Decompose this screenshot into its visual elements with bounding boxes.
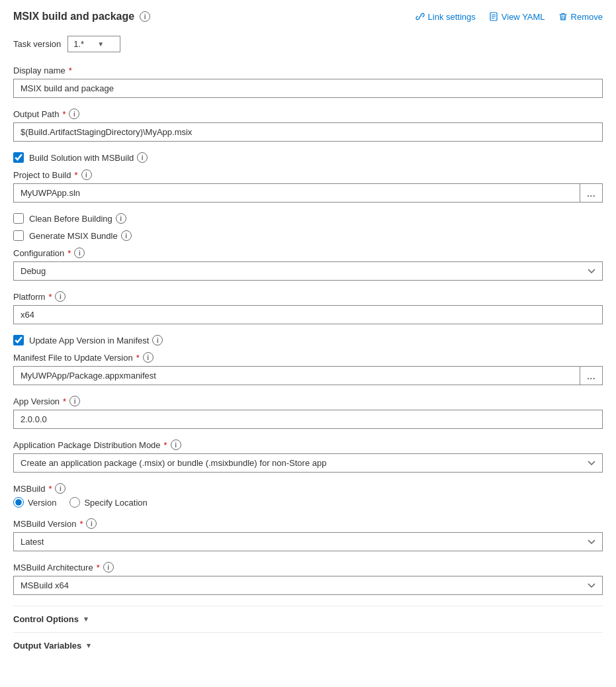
header-actions: Link settings View YAML bbox=[416, 12, 603, 22]
arch-required: * bbox=[97, 563, 100, 572]
msbuild-architecture-group: MSBuild Architecture * i MSBuild x64 MSB… bbox=[13, 562, 603, 595]
control-options-header[interactable]: Control Options ▾ bbox=[13, 606, 603, 632]
app-version-input[interactable] bbox=[13, 410, 603, 429]
output-path-label: Output Path * i bbox=[13, 109, 603, 119]
msbuild-label: MSBuild * i bbox=[13, 483, 603, 494]
platform-input[interactable] bbox=[13, 305, 603, 324]
view-yaml-button[interactable]: View YAML bbox=[489, 12, 545, 22]
task-version-label: Task version bbox=[13, 39, 61, 49]
output-path-input[interactable] bbox=[13, 122, 603, 142]
link-settings-label: Link settings bbox=[428, 12, 476, 22]
msbuild-info-icon[interactable]: i bbox=[55, 483, 66, 494]
display-name-input[interactable] bbox=[13, 79, 603, 98]
link-icon bbox=[416, 12, 425, 21]
remove-button[interactable]: Remove bbox=[558, 12, 603, 22]
manifest-file-label: Manifest File to Update Version * i bbox=[13, 352, 603, 363]
task-version-value: 1.* bbox=[73, 39, 84, 49]
update-app-version-label[interactable]: Update App Version in Manifest i bbox=[29, 335, 163, 345]
platform-label: Platform * i bbox=[13, 291, 603, 302]
arch-info-icon[interactable]: i bbox=[103, 562, 114, 572]
msbuild-version-select[interactable]: Latest 16.0 15.0 14.0 bbox=[13, 532, 603, 551]
build-solution-label[interactable]: Build Solution with MSBuild i bbox=[29, 152, 148, 163]
output-variables-label: Output Variables bbox=[13, 641, 81, 651]
page-title: MSIX build and package i bbox=[13, 11, 150, 23]
msbuild-version-group: MSBuild Version * i Latest 16.0 15.0 14.… bbox=[13, 518, 603, 551]
project-to-build-group: Project to Build * i ... bbox=[13, 169, 603, 203]
task-version-row: Task version 1.* ▼ bbox=[13, 36, 603, 52]
msbuild-version-option[interactable]: Version bbox=[13, 497, 56, 508]
update-version-info-icon[interactable]: i bbox=[152, 335, 163, 345]
title-info-icon[interactable]: i bbox=[140, 11, 150, 22]
msbuild-version-required: * bbox=[79, 519, 83, 529]
app-version-info-icon[interactable]: i bbox=[69, 396, 80, 406]
configuration-group: Configuration * i Debug Release bbox=[13, 248, 603, 281]
app-package-distribution-select[interactable]: Create an application package (.msix) or… bbox=[13, 453, 603, 473]
bundle-info-icon[interactable]: i bbox=[121, 230, 132, 241]
display-name-group: Display name * bbox=[13, 66, 603, 98]
config-required: * bbox=[67, 248, 71, 258]
project-to-build-label: Project to Build * i bbox=[13, 169, 603, 180]
output-variables-chevron: ▾ bbox=[87, 641, 91, 650]
manifest-input-group: ... bbox=[13, 366, 603, 385]
clean-before-building-checkbox[interactable] bbox=[13, 213, 24, 224]
project-input[interactable] bbox=[13, 183, 580, 203]
configuration-label: Configuration * i bbox=[13, 248, 603, 258]
output-variables-section: Output Variables ▾ bbox=[13, 632, 603, 659]
title-text: MSIX build and package bbox=[13, 11, 134, 23]
project-required: * bbox=[74, 170, 77, 180]
msbuild-required: * bbox=[48, 484, 52, 494]
platform-info-icon[interactable]: i bbox=[55, 291, 66, 302]
distribution-info-icon[interactable]: i bbox=[171, 439, 181, 450]
required-star: * bbox=[69, 66, 72, 75]
update-app-version-checkbox[interactable] bbox=[13, 335, 24, 345]
msbuild-specify-location-option[interactable]: Specify Location bbox=[69, 497, 147, 508]
generate-msix-bundle-label[interactable]: Generate MSIX Bundle i bbox=[29, 230, 132, 241]
build-solution-row: Build Solution with MSBuild i bbox=[13, 152, 603, 163]
control-options-label: Control Options bbox=[13, 614, 79, 624]
app-version-label: App Version * i bbox=[13, 396, 603, 406]
platform-required: * bbox=[48, 292, 52, 302]
view-yaml-label: View YAML bbox=[502, 12, 545, 22]
platform-group: Platform * i bbox=[13, 291, 603, 324]
manifest-browse-button[interactable]: ... bbox=[580, 366, 603, 385]
msbuild-specify-radio[interactable] bbox=[69, 497, 80, 508]
manifest-file-group: Manifest File to Update Version * i ... bbox=[13, 352, 603, 385]
build-solution-info-icon[interactable]: i bbox=[137, 152, 148, 163]
page-header: MSIX build and package i Link settings bbox=[13, 11, 603, 23]
msbuild-architecture-label: MSBuild Architecture * i bbox=[13, 562, 603, 572]
project-browse-button[interactable]: ... bbox=[580, 183, 603, 203]
msbuild-version-info-icon[interactable]: i bbox=[86, 518, 97, 529]
clean-info-icon[interactable]: i bbox=[116, 213, 126, 224]
project-info-icon[interactable]: i bbox=[81, 169, 92, 180]
clean-before-building-row: Clean Before Building i bbox=[13, 213, 603, 224]
link-settings-button[interactable]: Link settings bbox=[416, 12, 476, 22]
app-package-label: Application Package Distribution Mode * … bbox=[13, 439, 603, 450]
config-info-icon[interactable]: i bbox=[74, 248, 85, 258]
yaml-icon bbox=[489, 12, 498, 21]
msbuild-architecture-select[interactable]: MSBuild x64 MSBuild x86 bbox=[13, 576, 603, 595]
manifest-file-input[interactable] bbox=[13, 366, 580, 385]
generate-msix-bundle-row: Generate MSIX Bundle i bbox=[13, 230, 603, 241]
manifest-info-icon[interactable]: i bbox=[143, 352, 154, 363]
msbuild-version-label: MSBuild Version * i bbox=[13, 518, 603, 529]
app-package-distribution-group: Application Package Distribution Mode * … bbox=[13, 439, 603, 473]
output-path-group: Output Path * i bbox=[13, 109, 603, 142]
chevron-down-icon: ▼ bbox=[97, 40, 104, 48]
project-input-group: ... bbox=[13, 183, 603, 203]
output-variables-header[interactable]: Output Variables ▾ bbox=[13, 632, 603, 659]
manifest-required: * bbox=[136, 353, 140, 363]
msbuild-version-radio[interactable] bbox=[13, 497, 24, 508]
output-path-info-icon[interactable]: i bbox=[69, 109, 79, 119]
distribution-required: * bbox=[164, 440, 167, 450]
remove-label: Remove bbox=[571, 12, 603, 22]
clean-before-building-label[interactable]: Clean Before Building i bbox=[29, 213, 126, 224]
generate-msix-bundle-checkbox[interactable] bbox=[13, 230, 24, 241]
build-solution-checkbox[interactable] bbox=[13, 152, 24, 163]
configuration-select[interactable]: Debug Release bbox=[13, 261, 603, 281]
update-app-version-row: Update App Version in Manifest i bbox=[13, 335, 603, 345]
control-options-chevron: ▾ bbox=[84, 615, 88, 623]
task-version-select[interactable]: 1.* ▼ bbox=[67, 36, 120, 52]
control-options-section: Control Options ▾ bbox=[13, 606, 603, 632]
remove-icon bbox=[558, 12, 568, 21]
app-version-required: * bbox=[63, 396, 66, 406]
